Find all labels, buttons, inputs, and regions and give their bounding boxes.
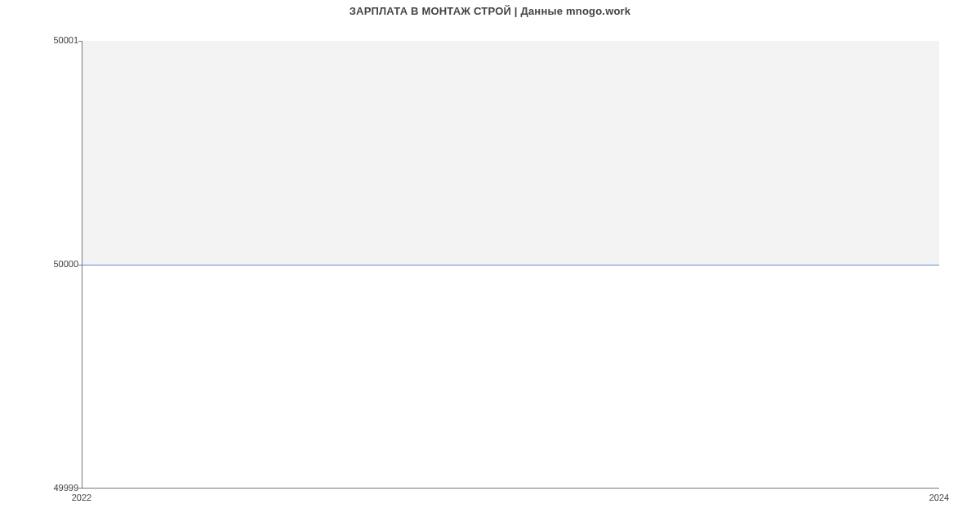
y-tick-label: 50001 (38, 36, 78, 45)
x-tick-label: 2022 (65, 493, 98, 502)
area-fill (82, 41, 939, 265)
data-line (82, 265, 939, 266)
y-tick-label: 50000 (38, 260, 78, 269)
chart-container: ЗАРПЛАТА В МОНТАЖ СТРОЙ | Данные mnogo.w… (0, 0, 980, 531)
y-tick-label: 49999 (38, 484, 78, 493)
plot-area (82, 41, 939, 489)
x-tick-label: 2024 (923, 493, 956, 502)
chart-title: ЗАРПЛАТА В МОНТАЖ СТРОЙ | Данные mnogo.w… (0, 5, 980, 17)
